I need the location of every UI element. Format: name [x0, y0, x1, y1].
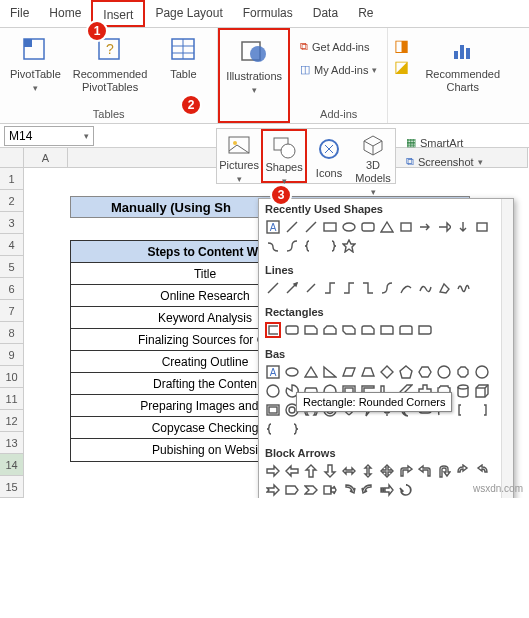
up-down-arrow-icon[interactable]	[360, 463, 376, 479]
curve-connector-icon[interactable]	[398, 280, 414, 296]
arrow-icon[interactable]	[417, 219, 433, 235]
oval-icon[interactable]	[341, 219, 357, 235]
shapes-button[interactable]: Shapes ▾	[261, 129, 307, 183]
right-arrow-icon[interactable]	[265, 463, 281, 479]
round-rect-icon[interactable]	[398, 322, 414, 338]
bracket-icon[interactable]	[455, 402, 471, 418]
up-arrow-icon[interactable]	[303, 463, 319, 479]
row-header[interactable]: 13	[0, 432, 24, 454]
curved-arrow-icon[interactable]	[341, 482, 357, 498]
row-header[interactable]: 8	[0, 322, 24, 344]
round-rect-icon[interactable]	[417, 322, 433, 338]
dodecagon-icon[interactable]	[265, 383, 281, 399]
curved-arrow-icon[interactable]	[360, 482, 376, 498]
line-icon[interactable]	[265, 280, 281, 296]
tab-data[interactable]: Data	[303, 0, 348, 27]
row-header[interactable]: 15	[0, 476, 24, 498]
rectangle-icon[interactable]	[265, 322, 281, 338]
connector-icon[interactable]	[284, 238, 300, 254]
screenshot-button[interactable]: ⧉Screenshot▾	[402, 153, 487, 170]
elbow-connector-icon[interactable]	[360, 280, 376, 296]
get-addins-button[interactable]: ⧉ Get Add-ins	[296, 38, 373, 55]
brace-icon[interactable]	[284, 421, 300, 437]
line-icon[interactable]	[303, 219, 319, 235]
decagon-icon[interactable]	[474, 364, 490, 380]
curve-connector-icon[interactable]	[379, 280, 395, 296]
diamond-icon[interactable]	[379, 364, 395, 380]
left-right-arrow-icon[interactable]	[341, 463, 357, 479]
snip-rect-icon[interactable]	[303, 322, 319, 338]
line-arrow-icon[interactable]	[284, 280, 300, 296]
col-header-a[interactable]: A	[24, 148, 68, 168]
bent-arrow-icon[interactable]	[417, 463, 433, 479]
hexagon-icon[interactable]	[417, 364, 433, 380]
row-header[interactable]: 5	[0, 256, 24, 278]
icons-button[interactable]: Icons	[307, 129, 351, 183]
bing-icon[interactable]: ◨	[394, 36, 409, 55]
can-icon[interactable]	[455, 383, 471, 399]
row-header[interactable]: 2	[0, 190, 24, 212]
star-icon[interactable]	[341, 238, 357, 254]
rectangle-icon[interactable]	[322, 219, 338, 235]
snip-rect-icon[interactable]	[322, 322, 338, 338]
snip-rect-icon[interactable]	[341, 322, 357, 338]
bracket-icon[interactable]	[474, 402, 490, 418]
flowchart-icon[interactable]	[398, 219, 414, 235]
left-arrow-icon[interactable]	[284, 463, 300, 479]
round-snip-rect-icon[interactable]	[360, 322, 376, 338]
pictures-button[interactable]: Pictures ▾	[217, 129, 261, 183]
illustrations-button[interactable]: Illustrations ▾	[222, 32, 286, 97]
triangle-icon[interactable]	[379, 219, 395, 235]
down-arrow-icon[interactable]	[322, 463, 338, 479]
curved-arrow-icon[interactable]	[474, 463, 490, 479]
brace-icon[interactable]	[303, 238, 319, 254]
tab-file[interactable]: File	[0, 0, 39, 27]
recommended-pivot-button[interactable]: ? Recommended PivotTables	[69, 30, 152, 96]
parallelogram-icon[interactable]	[341, 364, 357, 380]
tab-formulas[interactable]: Formulas	[233, 0, 303, 27]
chevron-icon[interactable]	[303, 482, 319, 498]
line-icon[interactable]	[284, 219, 300, 235]
recommended-charts-button[interactable]: Recommended Charts	[421, 30, 504, 96]
select-all-corner[interactable]	[0, 148, 24, 168]
people-icon[interactable]: ◪	[394, 57, 409, 76]
row-header[interactable]: 4	[0, 234, 24, 256]
oval-icon[interactable]	[284, 364, 300, 380]
tab-review[interactable]: Re	[348, 0, 383, 27]
my-addins-button[interactable]: ◫ My Add-ins ▾	[296, 61, 381, 78]
pentagon-arrow-icon[interactable]	[284, 482, 300, 498]
heptagon-icon[interactable]	[436, 364, 452, 380]
curve-icon[interactable]	[417, 280, 433, 296]
bevel-icon[interactable]	[265, 402, 281, 418]
freeform-icon[interactable]	[436, 280, 452, 296]
scribble-icon[interactable]	[455, 280, 471, 296]
flowchart-icon[interactable]	[474, 219, 490, 235]
row-header[interactable]: 3	[0, 212, 24, 234]
connector-icon[interactable]	[265, 238, 281, 254]
row-header[interactable]: 7	[0, 300, 24, 322]
table-button[interactable]: Table	[155, 30, 211, 83]
quad-arrow-icon[interactable]	[379, 463, 395, 479]
pivot-table-button[interactable]: PivotTable ▾	[6, 30, 65, 95]
trapezoid-icon[interactable]	[360, 364, 376, 380]
right-triangle-icon[interactable]	[322, 364, 338, 380]
arrow-down-icon[interactable]	[455, 219, 471, 235]
circular-arrow-icon[interactable]	[398, 482, 414, 498]
callout-arrow-icon[interactable]	[322, 482, 338, 498]
curved-arrow-icon[interactable]	[455, 463, 471, 479]
name-box[interactable]: M14 ▾	[4, 126, 94, 146]
octagon-icon[interactable]	[455, 364, 471, 380]
row-header[interactable]: 12	[0, 410, 24, 432]
row-header[interactable]: 11	[0, 388, 24, 410]
brace-icon[interactable]	[265, 421, 281, 437]
rounded-rect-icon[interactable]	[360, 219, 376, 235]
pentagon-icon[interactable]	[398, 364, 414, 380]
notched-arrow-icon[interactable]	[265, 482, 281, 498]
row-header[interactable]: 6	[0, 278, 24, 300]
uturn-arrow-icon[interactable]	[436, 463, 452, 479]
tab-home[interactable]: Home	[39, 0, 91, 27]
row-header[interactable]: 14	[0, 454, 24, 476]
arrow-icon[interactable]	[436, 219, 452, 235]
textbox-icon[interactable]: A	[265, 219, 281, 235]
row-header[interactable]: 9	[0, 344, 24, 366]
